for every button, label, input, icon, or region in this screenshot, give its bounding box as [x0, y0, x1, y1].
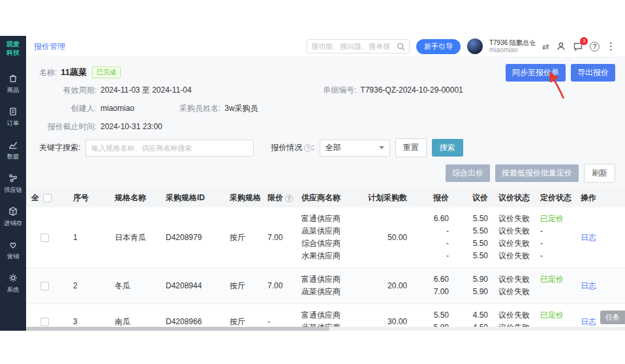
column-header: 序号 [68, 188, 110, 207]
buyer-value: 3w采购员 [224, 103, 258, 114]
refresh-button[interactable]: 刷新 [584, 164, 615, 183]
quote-value: 6.60 [434, 273, 449, 286]
price-limit: 7.00 [262, 268, 296, 304]
keyword-input[interactable] [85, 140, 254, 157]
sidebar-item-goods[interactable]: 商品 [0, 67, 26, 100]
sidebar-item-label: 营销 [7, 252, 19, 261]
guide-button[interactable]: 新手引导 [416, 39, 461, 54]
bargain-value: 5.50 [473, 250, 488, 262]
bargain-status: 议价失败 [498, 309, 530, 322]
bargain-value: 5.90 [473, 273, 488, 286]
sidebar-item-label: 进销存 [4, 219, 22, 228]
scrollbar-thumb[interactable] [26, 327, 329, 331]
bargain-status: 议价失败 [498, 225, 530, 237]
doc-no-value: T7936-QZ-2024-10-29-00001 [360, 85, 463, 95]
quotation-info: 名称: 11蔬菜 已完成 同步至报价单 导出报价 有效周期: 2024-11-0… [26, 57, 625, 136]
bargain-status: 议价失败 [498, 286, 530, 298]
avatar[interactable] [467, 38, 483, 54]
bargain-value: 5.50 [473, 237, 488, 250]
pricing-status: 已定价 [540, 273, 570, 286]
user-org: T7936 陆鹏总仓 [489, 39, 536, 47]
pricing-status: - [540, 250, 570, 262]
sidebar-item-data[interactable]: 数据 [0, 134, 26, 167]
quote-status-label: 报价情况?: [271, 142, 314, 153]
supplier-name: 蔬菜供应商 [301, 225, 347, 237]
marketing-icon [8, 239, 18, 250]
sidebar-item-label: 数据 [7, 153, 19, 161]
plan-qty: 50.00 [352, 207, 412, 268]
user-icon[interactable] [556, 41, 566, 52]
combined-pricing-button[interactable]: 综合出价 [446, 164, 490, 182]
switch-account-icon[interactable]: ⇄ [542, 42, 549, 52]
breadcrumb[interactable]: 报价管理 [34, 41, 65, 52]
sync-to-quotation-button[interactable]: 同步至报价单 [506, 64, 566, 82]
user-info: T7936 陆鹏总仓 miaomiao [489, 39, 536, 54]
spec-name: 冬瓜 [110, 268, 160, 304]
row-index: 1 [68, 207, 110, 268]
column-header: 采购规格 [224, 188, 262, 207]
bargain-value: 5.50 [473, 213, 488, 225]
sidebar-item-orders[interactable]: 订单 [0, 100, 26, 134]
user-name: miaomiao [489, 46, 536, 54]
quote-status-info-icon[interactable]: ? [304, 144, 312, 152]
table-header-row: 全 序号规格名称采购规格ID采购规格限价?供应商名称计划采购数报价议价议价状态定… [26, 188, 625, 207]
quote-status-select[interactable]: 全部 [320, 140, 390, 157]
pricing-status: 已定价 [540, 309, 570, 322]
quote-value: - [446, 237, 449, 250]
log-link[interactable]: 日志 [581, 317, 596, 326]
message-badge: 3 [580, 37, 588, 45]
name-label: 名称: [39, 67, 57, 78]
global-search[interactable] [307, 39, 410, 53]
bargain-value: 5.90 [473, 286, 488, 298]
table-row: 1日本青瓜D4208979按斤7.00富通供应商蔬菜供应商综合供应商水果供应商5… [26, 207, 625, 268]
more-icon[interactable]: ⋮ [606, 40, 616, 52]
sidebar-item-supply-chain[interactable]: 供应链 [0, 167, 26, 200]
column-header: 规格名称 [110, 188, 160, 207]
export-quotation-button[interactable]: 导出报价 [571, 64, 615, 82]
search-icon[interactable] [397, 42, 405, 51]
help-icon[interactable]: ? [590, 42, 600, 52]
supplier-name: 富通供应商 [301, 309, 347, 322]
bargain-status: 议价失败 [498, 213, 530, 225]
task-tab[interactable]: 任务 [600, 311, 625, 324]
topbar: 报价管理 新手引导 T7936 陆鹏总仓 miaomiao ⇄ [26, 36, 625, 57]
column-header: 供应商名称 [296, 188, 352, 207]
horizontal-scrollbar[interactable] [26, 327, 625, 331]
select-all-checkbox[interactable] [43, 194, 52, 202]
quote-value: - [446, 225, 449, 237]
pricing-status: - [540, 225, 570, 237]
period-value: 2024-11-03 至 2024-11-04 [100, 85, 192, 96]
sidebar-item-label: 商品 [7, 86, 19, 95]
search-button[interactable]: 搜索 [432, 139, 463, 157]
screen: 观麦科技 商品订单数据供应链进销存营销系统 报价管理 新手引导 T7936 陆鹏… [0, 0, 625, 364]
select-all-label: 全 [31, 192, 39, 204]
row-checkbox[interactable] [40, 234, 49, 242]
sidebar-item-label: 供应链 [4, 186, 22, 194]
selected-option: 全部 [326, 142, 379, 153]
message-icon[interactable]: 3 [573, 41, 583, 52]
search-input[interactable] [311, 42, 397, 50]
sidebar-item-inventory[interactable]: 进销存 [0, 200, 26, 234]
bargain-value: 5.50 [473, 225, 488, 237]
keyword-label: 关键字搜索: [39, 142, 80, 153]
spec-name: 日本青瓜 [110, 207, 160, 268]
purchase-spec: 按斤 [224, 207, 262, 268]
reset-button[interactable]: 重置 [395, 138, 427, 157]
limit-info-icon[interactable]: ? [285, 194, 293, 202]
log-link[interactable]: 日志 [581, 281, 596, 290]
row-checkbox[interactable] [40, 318, 49, 326]
period-label: 有效周期: [39, 85, 97, 96]
sidebar-item-system[interactable]: 系统 [0, 267, 26, 300]
plan-qty: 20.00 [352, 268, 412, 304]
pricing-status [540, 286, 570, 298]
main-content: 名称: 11蔬菜 已完成 同步至报价单 导出报价 有效周期: 2024-11-0… [26, 57, 625, 331]
quote-value: - [446, 250, 449, 262]
sidebar-item-label: 系统 [7, 286, 19, 294]
sidebar-item-marketing[interactable]: 营销 [0, 234, 26, 267]
sidebar-menu: 商品订单数据供应链进销存营销系统 [0, 67, 26, 300]
batch-lowest-pricing-button[interactable]: 按最低报价批量定价 [495, 164, 579, 182]
log-link[interactable]: 日志 [581, 233, 596, 242]
row-checkbox[interactable] [40, 282, 49, 290]
app-logo[interactable]: 观麦科技 [5, 40, 21, 57]
app-window: 观麦科技 商品订单数据供应链进销存营销系统 报价管理 新手引导 T7936 陆鹏… [0, 36, 625, 331]
